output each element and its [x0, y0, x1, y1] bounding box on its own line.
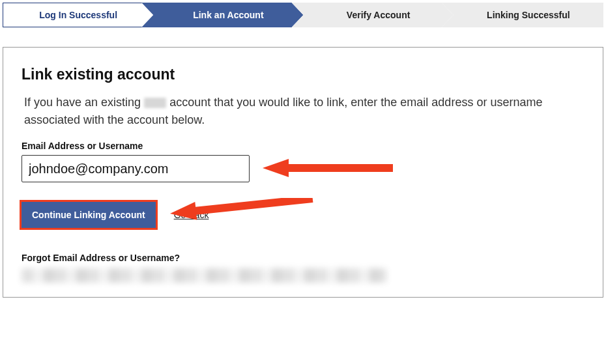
- step-login-successful[interactable]: Log In Successful: [3, 3, 153, 27]
- step-label: Verify Account: [347, 10, 411, 20]
- step-linking-successful[interactable]: Linking Successful: [442, 3, 603, 27]
- step-link-account[interactable]: Link an Account: [141, 3, 303, 27]
- intro-prefix: If you have an existing: [24, 96, 144, 109]
- main-panel: Link existing account If you have an exi…: [3, 47, 603, 298]
- step-label: Linking Successful: [487, 10, 570, 20]
- annotation-arrow-icon: [263, 152, 399, 188]
- go-back-link[interactable]: Go Back: [174, 210, 209, 220]
- step-label: Link an Account: [193, 10, 263, 20]
- forgot-label: Forgot Email Address or Username?: [22, 253, 584, 263]
- redacted-word: [144, 98, 166, 108]
- intro-text: If you have an existing account that you…: [22, 94, 584, 129]
- page-title: Link existing account: [22, 66, 584, 83]
- wizard-stepper: Log In Successful Link an Account Verify…: [3, 3, 603, 27]
- email-field[interactable]: [22, 155, 250, 182]
- button-row: Continue Linking Account Go Back: [22, 202, 584, 228]
- email-field-label: Email Address or Username: [22, 141, 584, 151]
- continue-linking-button[interactable]: Continue Linking Account: [22, 202, 156, 228]
- email-input-row: [22, 155, 584, 182]
- step-verify-account[interactable]: Verify Account: [292, 3, 454, 27]
- redacted-help-text: [22, 268, 386, 283]
- svg-marker-0: [263, 159, 393, 177]
- step-label: Log In Successful: [39, 10, 117, 20]
